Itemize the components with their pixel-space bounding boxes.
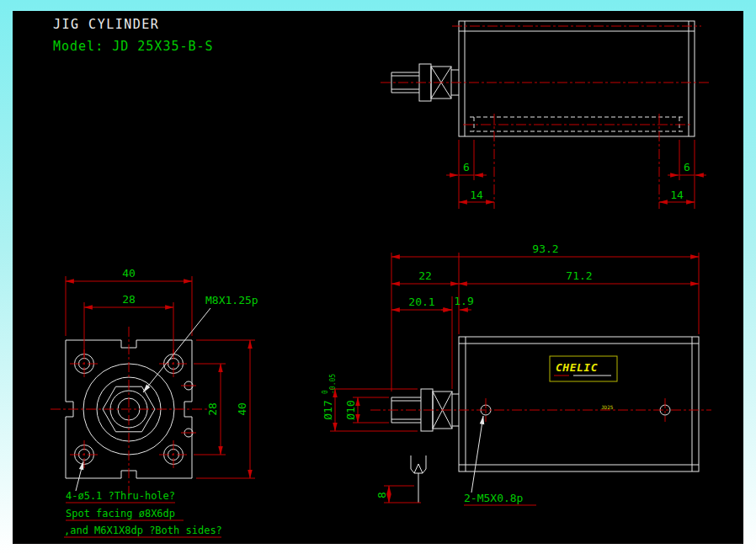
- logo-chelic: CHELIC: [556, 361, 598, 374]
- model-label: Model: JD 25X35-B-S: [53, 39, 214, 54]
- note-spot-facing: Spot facing ø8X6dp: [66, 508, 175, 519]
- dim-dia10-label: Ø10: [344, 400, 357, 419]
- port-callout: 2-M5X0.8p: [464, 492, 524, 504]
- dim-dia17-label: Ø17: [322, 400, 334, 419]
- dim-40-top-label: 40: [122, 267, 136, 280]
- dia17-tol-lower: -0.05: [329, 374, 337, 394]
- dim-28-right-label: 28: [206, 402, 219, 416]
- dim-rod-label: 22: [418, 269, 432, 282]
- dim-6-right-label: 6: [684, 161, 690, 173]
- dim-20-1-label: 20.1: [408, 296, 434, 308]
- thread-callout: M8X1.25p: [205, 294, 258, 306]
- cad-background: JIG CYLINDER Model: JD 25X35-B-S: [0, 0, 756, 554]
- note-both-sides: ,and M6X1X8dp ?Both sides?: [64, 525, 222, 536]
- dim-14-left-label: 14: [470, 189, 483, 201]
- dim-14-right-label: 14: [670, 189, 684, 201]
- dim-28-top-label: 28: [122, 293, 136, 306]
- dia17-tol-upper: 0: [322, 390, 329, 394]
- dim-wrench-label: 8: [375, 492, 388, 498]
- dim-body-label: 71.2: [566, 269, 592, 282]
- dim-total-label: 93.2: [532, 242, 558, 255]
- dim-40-right-label: 40: [236, 402, 248, 416]
- model-stamp: JD25: [601, 404, 614, 410]
- note-thru-hole: 4-ø5.1 ?Thru-hole?: [66, 490, 175, 502]
- dim-1-9-label: 1.9: [454, 295, 473, 307]
- dim-6-left-label: 6: [463, 161, 470, 173]
- page-title: JIG CYLINDER: [53, 17, 159, 32]
